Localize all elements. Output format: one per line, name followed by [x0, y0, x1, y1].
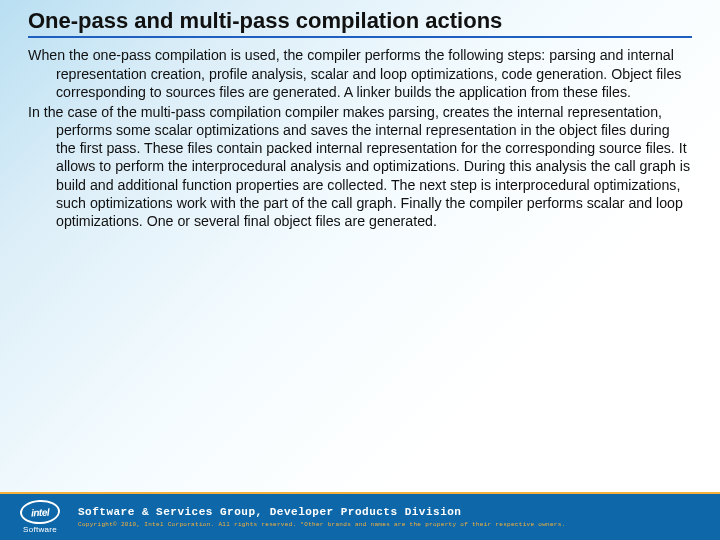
brand-logo: intel Software: [20, 500, 60, 534]
slide-title: One-pass and multi-pass compilation acti…: [28, 8, 692, 38]
intel-logo-icon: intel: [19, 499, 60, 525]
body-paragraph: When the one-pass compilation is used, t…: [28, 46, 692, 101]
body-paragraph: In the case of the multi-pass compilatio…: [28, 103, 692, 230]
slide: One-pass and multi-pass compilation acti…: [0, 0, 720, 540]
copyright-line: Copyright© 2010, Intel Corporation. All …: [78, 521, 566, 529]
footer-text-block: Software & Services Group, Developer Pro…: [78, 505, 566, 529]
footer-bar: intel Software Software & Services Group…: [0, 492, 720, 540]
division-line: Software & Services Group, Developer Pro…: [78, 505, 566, 519]
content-area: One-pass and multi-pass compilation acti…: [0, 0, 720, 232]
brand-subtext: Software: [23, 525, 57, 534]
